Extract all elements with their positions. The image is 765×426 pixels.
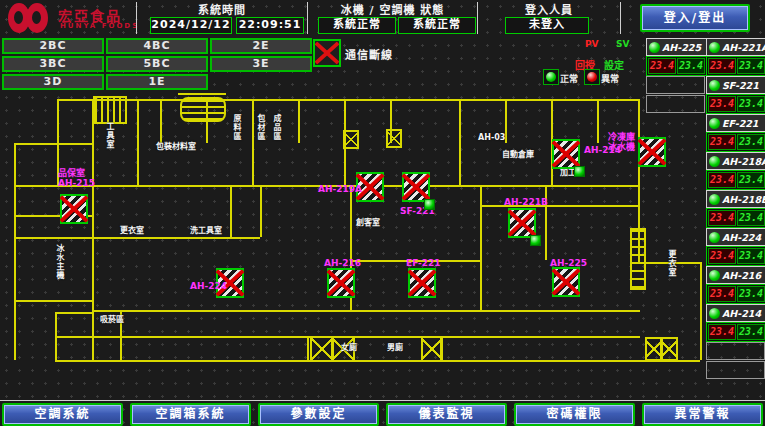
machine-status-label: 冰機 / 空調機 狀態 bbox=[308, 1, 477, 17]
fan-device-ah-225-fan[interactable] bbox=[552, 267, 580, 297]
fan-device-ah-214-fan[interactable] bbox=[552, 139, 580, 169]
equipment-row-ah-218a[interactable]: AH-218A bbox=[706, 152, 765, 170]
wall-segment bbox=[14, 300, 92, 302]
stairs-icon bbox=[93, 96, 127, 124]
room-label: 洗工具室 bbox=[190, 224, 222, 235]
fan-device-ah-216-fan[interactable] bbox=[327, 268, 355, 298]
pv-value: 23.4 bbox=[708, 210, 736, 226]
equipment-name: AH-225 bbox=[662, 42, 701, 53]
equipment-name: SF-221 bbox=[722, 80, 759, 91]
nav-button-parameter-settings[interactable]: 參數設定 bbox=[258, 403, 379, 426]
wall-segment bbox=[14, 237, 260, 239]
sv-value: 23.4 bbox=[737, 96, 765, 112]
pv-value: 23.4 bbox=[708, 58, 736, 74]
wall-segment bbox=[178, 93, 226, 95]
wall-segment bbox=[14, 143, 92, 145]
wall-segment bbox=[92, 143, 94, 360]
wall-segment bbox=[350, 260, 480, 262]
status-led-icon bbox=[709, 194, 720, 205]
pv-value: 23.4 bbox=[708, 248, 736, 264]
room-label: 自動倉庫 bbox=[502, 148, 534, 159]
nav-button-meter-monitor[interactable]: 儀表監視 bbox=[386, 403, 507, 426]
equipment-row-ah-216[interactable]: AH-216 bbox=[706, 266, 765, 284]
equipment-row-ef-221[interactable]: EF-221 bbox=[706, 114, 765, 132]
fan-device-ah-221b[interactable] bbox=[508, 208, 536, 238]
floor-button-2e[interactable]: 2E bbox=[210, 38, 312, 54]
floor-selector-grid: 2BC4BC2E3BC5BC3E3D1E bbox=[2, 38, 314, 92]
equipment-values-ah-214: 23.423.4 bbox=[706, 322, 765, 342]
fan-device-ef-221-fan[interactable] bbox=[408, 268, 436, 298]
room-label: 成品區 bbox=[271, 114, 282, 141]
status-led-icon bbox=[709, 308, 720, 319]
nav-button-alarm[interactable]: 異常警報 bbox=[642, 403, 763, 426]
equipment-values-sf-221: 23.423.4 bbox=[706, 94, 765, 114]
equipment-row-sf-221[interactable]: SF-221 bbox=[706, 76, 765, 94]
damper-hatch-icon bbox=[310, 336, 334, 362]
equipment-name: AH-216 bbox=[722, 270, 761, 281]
sv-value: 23.4 bbox=[737, 210, 765, 226]
floor-button-2bc[interactable]: 2BC bbox=[2, 38, 104, 54]
room-label: 包材區 bbox=[255, 114, 266, 141]
nav-button-password-access[interactable]: 密碼權限 bbox=[514, 403, 635, 426]
wall-segment bbox=[459, 99, 461, 185]
sv-value: 23.4 bbox=[737, 58, 765, 74]
wall-segment bbox=[505, 99, 507, 143]
sv-value: 23.4 bbox=[737, 134, 765, 150]
device-label-ef-221-fan: EF-221 bbox=[406, 258, 441, 268]
wall-segment bbox=[307, 336, 309, 360]
wall-segment bbox=[160, 99, 162, 143]
damper-hatch-icon bbox=[386, 129, 402, 148]
fan-device-ah-219a[interactable] bbox=[356, 172, 384, 202]
login-user-label: 登入人員 bbox=[478, 1, 620, 17]
nav-button-ac-system[interactable]: 空調系統 bbox=[2, 403, 123, 426]
equipment-row-ah-221a[interactable]: AH-221A bbox=[706, 38, 765, 56]
company-logo-icon bbox=[8, 3, 54, 33]
header-bar: 宏亞食品 HUNYA FOODS 系統時間 2024/12/12 22:09:5… bbox=[0, 0, 765, 36]
equipment-values-ah-221a: 23.423.4 bbox=[706, 56, 765, 76]
room-label: 創客室 bbox=[356, 216, 380, 227]
floor-button-5bc[interactable]: 5BC bbox=[106, 56, 208, 72]
equipment-values-ah-218a: 23.423.4 bbox=[706, 170, 765, 190]
status-led-icon bbox=[709, 156, 720, 167]
normal-label: 正常 bbox=[560, 72, 578, 85]
room-label: 更衣室 bbox=[666, 250, 677, 277]
wall-segment bbox=[480, 205, 638, 207]
floor-button-4bc[interactable]: 4BC bbox=[106, 38, 208, 54]
device-label-chiller-unit: 冷凍庫 冰水機 bbox=[608, 132, 635, 152]
fan-device-sf-221-fan[interactable] bbox=[402, 172, 430, 202]
pv-value: 23.4 bbox=[708, 96, 736, 112]
abnormal-label: 異常 bbox=[601, 72, 619, 85]
status-led-icon bbox=[709, 118, 720, 129]
sv-value: 23.4 bbox=[677, 58, 705, 74]
equipment-row-ah-224[interactable]: AH-224 bbox=[706, 228, 765, 246]
comm-loss-icon bbox=[313, 39, 341, 67]
floor-button-3e[interactable]: 3E bbox=[210, 56, 312, 72]
wall-segment bbox=[57, 99, 59, 185]
floor-button-1e[interactable]: 1E bbox=[106, 74, 208, 90]
floor-button-3d[interactable]: 3D bbox=[2, 74, 104, 90]
room-label: 女廁 bbox=[341, 341, 357, 352]
floor-button-3bc[interactable]: 3BC bbox=[2, 56, 104, 72]
equipment-name: AH-214 bbox=[722, 308, 761, 319]
pv-label: PV bbox=[585, 39, 599, 49]
hmi-screen: { "header": { "logo": {"name": "宏亞食品", "… bbox=[0, 0, 765, 426]
wall-segment bbox=[14, 185, 640, 187]
fan-device-ah-215[interactable] bbox=[60, 194, 88, 224]
equipment-row-ah-214[interactable]: AH-214 bbox=[706, 304, 765, 322]
damper-hatch-icon bbox=[331, 336, 355, 362]
equipment-empty-slot bbox=[706, 361, 765, 379]
fan-device-chiller-unit[interactable] bbox=[638, 137, 666, 167]
nav-button-ahu-system[interactable]: 空調箱系統 bbox=[130, 403, 251, 426]
equipment-row-ah-218b[interactable]: AH-218B bbox=[706, 190, 765, 208]
login-logout-button[interactable]: 登入/登出 bbox=[640, 4, 750, 32]
equipment-values-ah-224: 23.423.4 bbox=[706, 246, 765, 266]
chiller-status-value: 系統正常 bbox=[318, 17, 396, 34]
fan-device-ah-224-fan[interactable] bbox=[216, 268, 244, 298]
equipment-row-ah-225[interactable]: AH-225 bbox=[646, 38, 707, 56]
room-label: 男廁 bbox=[387, 341, 403, 352]
device-label-ah-221b: AH-221B bbox=[504, 197, 548, 207]
system-time-label: 系統時間 bbox=[137, 1, 307, 17]
system-date-value: 2024/12/12 bbox=[150, 17, 232, 34]
ac-status-value: 系統正常 bbox=[398, 17, 476, 34]
status-led-icon bbox=[709, 232, 720, 243]
